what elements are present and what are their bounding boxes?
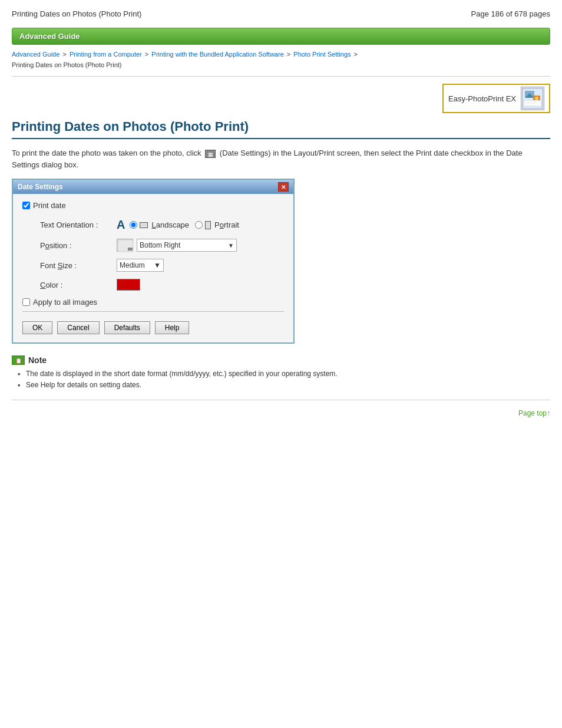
dialog-inner-divider	[22, 311, 284, 312]
orientation-letter: A	[117, 218, 125, 232]
radio-group-orientation: Landscape Portrait	[130, 220, 239, 229]
dialog-titlebar: Date Settings ✕	[13, 180, 293, 194]
radio-portrait[interactable]: Portrait	[195, 220, 239, 229]
dialog-buttons: OK Cancel Defaults Help	[22, 318, 284, 335]
breadcrumb-sep-2: >	[145, 51, 150, 58]
note-item-1: The date is displayed in the short date …	[18, 368, 550, 380]
dialog-title: Date Settings	[18, 183, 63, 191]
dialog-indent-content: Text Orientation : A Landscape Portrait	[22, 218, 284, 291]
svg-point-4	[535, 97, 538, 100]
svg-rect-5	[524, 100, 541, 106]
breadcrumb: Advanced Guide > Printing from a Compute…	[12, 50, 550, 70]
advanced-guide-banner: Advanced Guide	[12, 28, 550, 45]
product-logo-box: Easy-PhotoPrint EX	[442, 84, 550, 113]
svg-rect-9	[128, 248, 133, 251]
note-icon: 📋	[12, 355, 25, 365]
note-title: Note	[28, 355, 47, 365]
page-header-title: Printing Dates on Photos (Photo Print)	[12, 9, 141, 18]
help-button[interactable]: Help	[155, 321, 190, 334]
dialog-content: Print date Text Orientation : A Landscap…	[13, 194, 293, 342]
product-logo-image	[521, 87, 544, 110]
radio-landscape-input[interactable]	[130, 221, 137, 229]
font-size-content: Medium ▼	[117, 259, 284, 272]
apply-all-label[interactable]: Apply to all images	[22, 298, 284, 307]
print-date-label: Print date	[33, 201, 66, 210]
breadcrumb-photo-print-settings[interactable]: Photo Print Settings	[293, 51, 351, 58]
print-date-row: Print date	[22, 201, 284, 210]
position-label: Position :	[40, 241, 117, 250]
breadcrumb-sep-1: >	[62, 51, 68, 58]
portrait-icon	[205, 221, 211, 229]
note-section: 📋 Note The date is displayed in the shor…	[12, 355, 550, 391]
advanced-guide-label: Advanced Guide	[19, 32, 80, 41]
main-title: Printing Dates on Photos (Photo Print)	[12, 119, 550, 139]
color-picker-box[interactable]	[117, 279, 140, 291]
intro-text: To print the date the photo was taken on…	[12, 147, 550, 170]
page-top-link[interactable]: Page top↑	[518, 409, 550, 417]
position-preview-box	[117, 239, 133, 252]
font-size-dropdown[interactable]: Medium ▼	[117, 259, 164, 272]
color-content	[117, 279, 284, 291]
defaults-button[interactable]: Defaults	[104, 321, 150, 334]
portrait-label: Portrait	[214, 220, 239, 229]
date-settings-dialog: Date Settings ✕ Print date Text Orientat…	[12, 179, 295, 344]
radio-portrait-input[interactable]	[195, 221, 203, 229]
header-divider	[12, 76, 550, 77]
font-size-arrow-icon: ▼	[154, 261, 161, 269]
color-row: Color :	[40, 279, 284, 291]
dialog-close-button[interactable]: ✕	[278, 182, 289, 192]
note-list: The date is displayed in the short date …	[12, 368, 550, 391]
product-name: Easy-PhotoPrint EX	[448, 94, 516, 103]
page-header: Printing Dates on Photos (Photo Print) P…	[12, 6, 550, 23]
text-orientation-label: Text Orientation :	[40, 220, 117, 229]
font-size-value: Medium	[120, 261, 145, 269]
intro-text-before: To print the date the photo was taken on…	[12, 149, 201, 157]
breadcrumb-bundled-software[interactable]: Printing with the Bundled Application So…	[151, 51, 283, 58]
font-size-row: Font Size : Medium ▼	[40, 259, 284, 272]
page-top-link-area: Page top↑	[12, 409, 550, 417]
apply-all-text: Apply to all images	[33, 298, 97, 307]
radio-landscape[interactable]: Landscape	[130, 220, 189, 229]
cancel-button[interactable]: Cancel	[57, 321, 99, 334]
landscape-label: Landscape	[151, 220, 189, 229]
ok-button[interactable]: OK	[22, 321, 52, 334]
position-value: Bottom Right	[140, 241, 180, 249]
breadcrumb-printing-from[interactable]: Printing from a Computer	[70, 51, 142, 58]
position-content: Bottom Right ▼	[117, 239, 284, 252]
note-item-2: See Help for details on setting dates.	[18, 380, 550, 391]
position-arrow-icon: ▼	[228, 242, 234, 249]
breadcrumb-advanced-guide[interactable]: Advanced Guide	[12, 51, 59, 58]
print-date-checkbox-label[interactable]: Print date	[22, 201, 284, 210]
color-label: Color :	[40, 281, 117, 289]
position-row: Position : Bottom Right ▼	[40, 239, 284, 252]
note-header: 📋 Note	[12, 355, 550, 365]
note-divider	[12, 400, 550, 400]
font-size-label: Font Size :	[40, 261, 117, 270]
apply-row: Apply to all images	[22, 298, 284, 307]
print-date-checkbox[interactable]	[22, 202, 30, 209]
text-orientation-row: Text Orientation : A Landscape Portrait	[40, 218, 284, 232]
page-pagination: Page 186 of 678 pages	[471, 9, 550, 18]
breadcrumb-current: Printing Dates on Photos (Photo Print)	[12, 61, 121, 68]
landscape-icon	[140, 222, 148, 228]
text-orientation-content: A Landscape Portrait	[117, 218, 284, 232]
product-logo-area: Easy-PhotoPrint EX	[12, 84, 550, 113]
apply-all-checkbox[interactable]	[22, 298, 30, 306]
position-dropdown[interactable]: Bottom Right ▼	[137, 239, 237, 252]
breadcrumb-sep-3: >	[287, 51, 292, 58]
breadcrumb-sep-4: >	[354, 51, 358, 58]
date-settings-icon: ▦	[205, 150, 216, 158]
